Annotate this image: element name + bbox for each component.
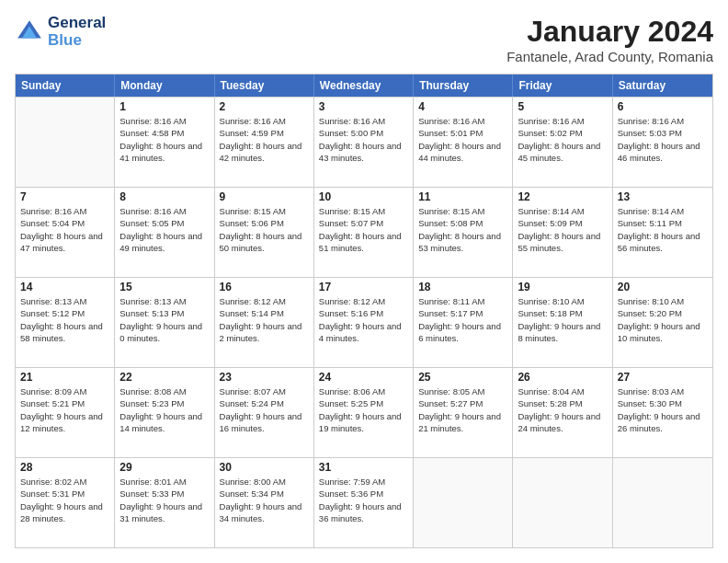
cell-info: Sunrise: 8:11 AMSunset: 5:17 PMDaylight:… (418, 295, 507, 344)
calendar-cell (513, 458, 612, 547)
cell-day-number: 15 (119, 281, 209, 293)
day-header-sunday: Sunday (16, 75, 115, 97)
logo-text: General Blue (48, 15, 106, 49)
cell-day-number: 24 (319, 371, 408, 384)
cell-info: Sunrise: 8:16 AMSunset: 5:00 PMDaylight:… (319, 115, 408, 164)
calendar-cell: 13Sunrise: 8:14 AMSunset: 5:11 PMDayligh… (613, 188, 712, 277)
calendar: SundayMondayTuesdayWednesdayThursdayFrid… (15, 74, 713, 548)
calendar-cell: 26Sunrise: 8:04 AMSunset: 5:28 PMDayligh… (513, 368, 612, 457)
cell-day-number: 1 (119, 100, 209, 113)
calendar-cell: 10Sunrise: 8:15 AMSunset: 5:07 PMDayligh… (314, 188, 414, 277)
cell-info: Sunrise: 8:16 AMSunset: 5:05 PMDaylight:… (119, 205, 209, 254)
cell-info: Sunrise: 8:16 AMSunset: 5:01 PMDaylight:… (418, 115, 507, 164)
cell-info: Sunrise: 8:12 AMSunset: 5:16 PMDaylight:… (319, 295, 408, 344)
cell-day-number: 25 (418, 371, 507, 384)
calendar-cell (613, 458, 712, 547)
week-row-1: 1Sunrise: 8:16 AMSunset: 4:58 PMDaylight… (16, 97, 712, 187)
calendar-cell: 9Sunrise: 8:15 AMSunset: 5:06 PMDaylight… (215, 188, 314, 277)
day-header-wednesday: Wednesday (314, 75, 414, 97)
cell-info: Sunrise: 8:07 AMSunset: 5:24 PMDaylight:… (220, 385, 309, 434)
cell-day-number: 5 (518, 100, 607, 113)
cell-day-number: 9 (220, 190, 309, 203)
calendar-cell: 22Sunrise: 8:08 AMSunset: 5:23 PMDayligh… (115, 368, 214, 457)
cell-day-number: 31 (319, 461, 408, 474)
cell-day-number: 11 (418, 190, 507, 203)
calendar-cell: 17Sunrise: 8:12 AMSunset: 5:16 PMDayligh… (314, 278, 414, 367)
calendar-header: SundayMondayTuesdayWednesdayThursdayFrid… (16, 75, 712, 97)
cell-day-number: 20 (618, 281, 708, 293)
calendar-cell (414, 458, 513, 547)
calendar-cell: 25Sunrise: 8:05 AMSunset: 5:27 PMDayligh… (414, 368, 513, 457)
calendar-cell: 29Sunrise: 8:01 AMSunset: 5:33 PMDayligh… (115, 458, 214, 547)
header: General Blue January 2024 Fantanele, Ara… (15, 15, 713, 64)
cell-info: Sunrise: 8:16 AMSunset: 5:02 PMDaylight:… (518, 115, 607, 164)
page-title: January 2024 (506, 15, 713, 49)
cell-info: Sunrise: 7:59 AMSunset: 5:36 PMDaylight:… (319, 476, 408, 524)
cell-day-number: 22 (119, 371, 209, 384)
cell-day-number: 12 (518, 190, 607, 203)
cell-day-number: 23 (220, 371, 309, 384)
day-header-tuesday: Tuesday (215, 75, 314, 97)
cell-info: Sunrise: 8:10 AMSunset: 5:20 PMDaylight:… (618, 295, 708, 344)
day-header-thursday: Thursday (414, 75, 513, 97)
calendar-cell: 30Sunrise: 8:00 AMSunset: 5:34 PMDayligh… (215, 458, 314, 547)
logo: General Blue (15, 15, 106, 49)
calendar-cell: 16Sunrise: 8:12 AMSunset: 5:14 PMDayligh… (215, 278, 314, 367)
logo-icon (15, 17, 44, 47)
cell-info: Sunrise: 8:04 AMSunset: 5:28 PMDaylight:… (518, 385, 607, 434)
cell-day-number: 8 (119, 190, 209, 203)
cell-info: Sunrise: 8:16 AMSunset: 4:59 PMDaylight:… (220, 115, 309, 164)
cell-info: Sunrise: 8:06 AMSunset: 5:25 PMDaylight:… (319, 385, 408, 434)
cell-day-number: 19 (518, 281, 607, 293)
cell-day-number: 14 (20, 281, 109, 293)
cell-info: Sunrise: 8:08 AMSunset: 5:23 PMDaylight:… (119, 385, 209, 434)
cell-day-number: 16 (220, 281, 309, 293)
cell-day-number: 18 (418, 281, 507, 293)
day-header-friday: Friday (513, 75, 612, 97)
calendar-cell: 1Sunrise: 8:16 AMSunset: 4:58 PMDaylight… (115, 98, 214, 187)
cell-info: Sunrise: 8:14 AMSunset: 5:11 PMDaylight:… (618, 205, 708, 254)
cell-day-number: 4 (418, 100, 507, 113)
cell-day-number: 26 (518, 371, 607, 384)
calendar-cell: 6Sunrise: 8:16 AMSunset: 5:03 PMDaylight… (613, 98, 712, 187)
calendar-cell: 23Sunrise: 8:07 AMSunset: 5:24 PMDayligh… (215, 368, 314, 457)
calendar-cell: 18Sunrise: 8:11 AMSunset: 5:17 PMDayligh… (414, 278, 513, 367)
cell-info: Sunrise: 8:02 AMSunset: 5:31 PMDaylight:… (20, 476, 109, 524)
cell-day-number: 3 (319, 100, 408, 113)
week-row-3: 14Sunrise: 8:13 AMSunset: 5:12 PMDayligh… (16, 277, 712, 367)
cell-info: Sunrise: 8:15 AMSunset: 5:08 PMDaylight:… (418, 205, 507, 254)
cell-info: Sunrise: 8:16 AMSunset: 4:58 PMDaylight:… (119, 115, 209, 164)
calendar-cell: 11Sunrise: 8:15 AMSunset: 5:08 PMDayligh… (414, 188, 513, 277)
cell-info: Sunrise: 8:12 AMSunset: 5:14 PMDaylight:… (220, 295, 309, 344)
page-subtitle: Fantanele, Arad County, Romania (506, 49, 713, 64)
cell-day-number: 29 (119, 461, 209, 474)
cell-day-number: 17 (319, 281, 408, 293)
cell-info: Sunrise: 8:15 AMSunset: 5:06 PMDaylight:… (220, 205, 309, 254)
week-row-5: 28Sunrise: 8:02 AMSunset: 5:31 PMDayligh… (16, 457, 712, 547)
cell-info: Sunrise: 8:09 AMSunset: 5:21 PMDaylight:… (20, 385, 109, 434)
cell-info: Sunrise: 8:03 AMSunset: 5:30 PMDaylight:… (618, 385, 708, 434)
calendar-cell: 3Sunrise: 8:16 AMSunset: 5:00 PMDaylight… (314, 98, 414, 187)
calendar-cell: 20Sunrise: 8:10 AMSunset: 5:20 PMDayligh… (613, 278, 712, 367)
cell-info: Sunrise: 8:13 AMSunset: 5:12 PMDaylight:… (20, 295, 109, 344)
calendar-cell: 7Sunrise: 8:16 AMSunset: 5:04 PMDaylight… (16, 188, 115, 277)
cell-day-number: 27 (618, 371, 708, 384)
calendar-cell: 31Sunrise: 7:59 AMSunset: 5:36 PMDayligh… (314, 458, 414, 547)
page: General Blue January 2024 Fantanele, Ara… (0, 0, 728, 563)
cell-info: Sunrise: 8:15 AMSunset: 5:07 PMDaylight:… (319, 205, 408, 254)
cell-info: Sunrise: 8:05 AMSunset: 5:27 PMDaylight:… (418, 385, 507, 434)
cell-day-number: 30 (220, 461, 309, 474)
cell-info: Sunrise: 8:01 AMSunset: 5:33 PMDaylight:… (119, 476, 209, 524)
title-block: January 2024 Fantanele, Arad County, Rom… (506, 15, 713, 64)
calendar-cell: 15Sunrise: 8:13 AMSunset: 5:13 PMDayligh… (115, 278, 214, 367)
cell-day-number: 7 (20, 190, 109, 203)
cell-day-number: 21 (20, 371, 109, 384)
calendar-cell: 27Sunrise: 8:03 AMSunset: 5:30 PMDayligh… (613, 368, 712, 457)
cell-info: Sunrise: 8:13 AMSunset: 5:13 PMDaylight:… (119, 295, 209, 344)
calendar-cell: 5Sunrise: 8:16 AMSunset: 5:02 PMDaylight… (513, 98, 612, 187)
cell-info: Sunrise: 8:16 AMSunset: 5:04 PMDaylight:… (20, 205, 109, 254)
calendar-body: 1Sunrise: 8:16 AMSunset: 4:58 PMDaylight… (16, 97, 712, 547)
cell-info: Sunrise: 8:14 AMSunset: 5:09 PMDaylight:… (518, 205, 607, 254)
cell-day-number: 13 (618, 190, 708, 203)
cell-info: Sunrise: 8:10 AMSunset: 5:18 PMDaylight:… (518, 295, 607, 344)
